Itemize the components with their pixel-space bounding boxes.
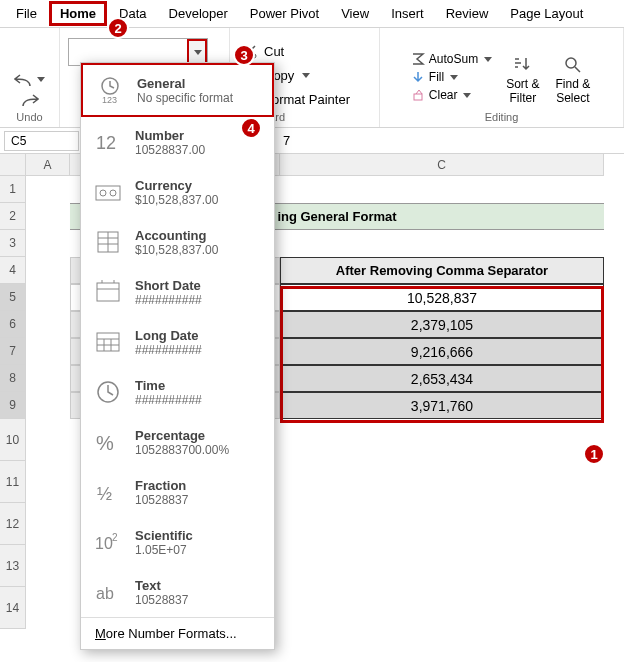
- format-option-text[interactable]: ab Text10528837: [81, 567, 274, 617]
- svg-text:%: %: [96, 432, 114, 454]
- col-header-c[interactable]: C: [280, 154, 604, 176]
- format-option-scientific[interactable]: 102 Scientific1.05E+07: [81, 517, 274, 567]
- row-header[interactable]: 5: [0, 284, 26, 311]
- format-name: Fraction: [135, 478, 264, 493]
- row-header[interactable]: 4: [0, 257, 26, 284]
- format-option-time[interactable]: Time##########: [81, 367, 274, 417]
- fill-label: Fill: [429, 70, 444, 84]
- format-sample: ##########: [135, 293, 264, 307]
- row-headers: 1 2 3 4 5 6 7 8 9 10 11 12 13 14: [0, 176, 26, 629]
- svg-text:12: 12: [96, 133, 116, 153]
- row-header[interactable]: 8: [0, 365, 26, 392]
- more-number-formats[interactable]: MMore Number Formats...ore Number Format…: [81, 617, 274, 649]
- format-option-fraction[interactable]: ½ Fraction10528837: [81, 467, 274, 517]
- editing-group-label: Editing: [485, 111, 519, 123]
- svg-rect-5: [414, 94, 422, 100]
- row-header[interactable]: 13: [0, 545, 26, 587]
- format-sample: ##########: [135, 393, 264, 407]
- cut-button[interactable]: Cut: [238, 41, 354, 61]
- clear-button[interactable]: Clear: [407, 87, 496, 103]
- annotation-badge-1: 1: [583, 443, 605, 465]
- row-header[interactable]: 6: [0, 311, 26, 338]
- row-header[interactable]: 14: [0, 587, 26, 629]
- format-option-long-date[interactable]: Long Date##########: [81, 317, 274, 367]
- svg-text:ab: ab: [96, 585, 114, 602]
- number-format-dropdown: 123 GeneralNo specific format 12 Number1…: [80, 62, 275, 650]
- text-icon: ab: [91, 575, 125, 609]
- autosum-button[interactable]: AutoSum: [407, 51, 496, 67]
- format-name: Time: [135, 378, 264, 393]
- row-header[interactable]: 12: [0, 503, 26, 545]
- name-box[interactable]: [4, 131, 79, 151]
- menu-home[interactable]: Home: [49, 1, 107, 26]
- cell-c4-header[interactable]: After Removing Comma Separator: [280, 257, 604, 284]
- menu-developer[interactable]: Developer: [159, 2, 238, 25]
- format-name: Percentage: [135, 428, 264, 443]
- row-header[interactable]: 10: [0, 419, 26, 461]
- cell-c9[interactable]: 3,971,760: [280, 392, 604, 419]
- fill-button[interactable]: Fill: [407, 69, 496, 85]
- select-all-corner[interactable]: [0, 154, 26, 176]
- format-option-currency[interactable]: Currency$10,528,837.00: [81, 167, 274, 217]
- row-header[interactable]: 1: [0, 176, 26, 203]
- sort-filter-label: Sort & Filter: [506, 77, 539, 105]
- find-select-button[interactable]: Find & Select: [550, 51, 597, 109]
- number-icon: 12: [91, 125, 125, 159]
- format-name: Currency: [135, 178, 264, 193]
- svg-point-6: [566, 58, 576, 68]
- format-sample: $10,528,837.00: [135, 193, 264, 207]
- fraction-icon: ½: [91, 475, 125, 509]
- format-name: Text: [135, 578, 264, 593]
- cut-label: Cut: [264, 44, 284, 59]
- col-header-a[interactable]: A: [26, 154, 70, 176]
- row-header[interactable]: 11: [0, 461, 26, 503]
- format-name: General: [137, 76, 262, 91]
- short-date-icon: [91, 275, 125, 309]
- format-option-short-date[interactable]: Short Date##########: [81, 267, 274, 317]
- cell-c7[interactable]: 9,216,666: [280, 338, 604, 365]
- format-sample: 1052883700.00%: [135, 443, 264, 457]
- currency-icon: [91, 175, 125, 209]
- menu-pagelayout[interactable]: Page Layout: [500, 2, 593, 25]
- cell-c6[interactable]: 2,379,105: [280, 311, 604, 338]
- menu-bar: File Home Data Developer Power Pivot Vie…: [0, 0, 624, 28]
- menu-view[interactable]: View: [331, 2, 379, 25]
- format-option-general[interactable]: 123 GeneralNo specific format: [81, 63, 274, 117]
- svg-rect-14: [97, 283, 119, 301]
- format-option-accounting[interactable]: Accounting$10,528,837.00: [81, 217, 274, 267]
- format-sample: $10,528,837.00: [135, 243, 264, 257]
- format-sample: ##########: [135, 343, 264, 357]
- redo-button[interactable]: [15, 89, 45, 109]
- svg-text:½: ½: [97, 484, 112, 504]
- annotation-badge-4: 4: [240, 117, 262, 139]
- format-sample: 1.05E+07: [135, 543, 264, 557]
- cell-c5[interactable]: 10,528,837: [280, 284, 604, 311]
- menu-review[interactable]: Review: [436, 2, 499, 25]
- row-header[interactable]: 9: [0, 392, 26, 419]
- long-date-icon: [91, 325, 125, 359]
- find-select-label: Find & Select: [556, 77, 591, 105]
- row-header[interactable]: 3: [0, 230, 26, 257]
- row-header[interactable]: 7: [0, 338, 26, 365]
- cell-c8[interactable]: 2,653,434: [280, 365, 604, 392]
- format-name: Scientific: [135, 528, 264, 543]
- accounting-icon: [91, 225, 125, 259]
- svg-text:10: 10: [95, 535, 113, 552]
- sort-filter-button[interactable]: Sort & Filter: [500, 51, 545, 109]
- menu-file[interactable]: File: [6, 2, 47, 25]
- svg-point-12: [110, 190, 116, 196]
- menu-insert[interactable]: Insert: [381, 2, 434, 25]
- percentage-icon: %: [91, 425, 125, 459]
- undo-button[interactable]: [8, 69, 51, 89]
- autosum-label: AutoSum: [429, 52, 478, 66]
- format-sample: 10528837.00: [135, 143, 264, 157]
- format-sample: 10528837: [135, 593, 264, 607]
- svg-text:123: 123: [102, 95, 117, 105]
- general-icon: 123: [93, 73, 127, 107]
- annotation-badge-3: 3: [233, 44, 255, 66]
- svg-point-11: [100, 190, 106, 196]
- menu-powerpivot[interactable]: Power Pivot: [240, 2, 329, 25]
- format-sample: 10528837: [135, 493, 264, 507]
- format-option-percentage[interactable]: % Percentage1052883700.00%: [81, 417, 274, 467]
- row-header[interactable]: 2: [0, 203, 26, 230]
